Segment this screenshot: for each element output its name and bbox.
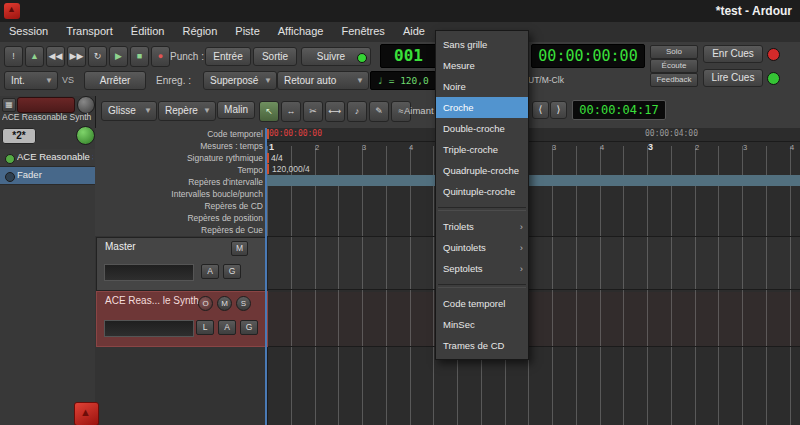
transport-panic-button[interactable]: ! [4, 46, 23, 67]
tempo-value[interactable]: 120,000/4 [272, 164, 310, 174]
ruler-label-code-temporel[interactable]: Code temporel [95, 128, 267, 140]
menubar-item-transport[interactable]: Transport [57, 22, 122, 41]
track-list-item-ace-reasonable-s[interactable]: ACE Reasonable S [0, 149, 95, 167]
master-track-lane[interactable] [267, 236, 800, 289]
strip-menu-icon[interactable]: ▦ [2, 98, 16, 112]
track-name[interactable]: ACE Reas... le Synth [105, 295, 199, 306]
record-mode-combo[interactable]: Superposé▼ [203, 71, 277, 90]
menu-item-mesure[interactable]: Mesure [436, 55, 528, 76]
ruler-label-rep-res-de-cd[interactable]: Repères de CD [95, 200, 267, 212]
master-g-button[interactable]: G [223, 264, 241, 279]
master-a-button[interactable]: A [201, 264, 219, 279]
tempo-display[interactable]: ♩ = 120,0 [370, 71, 436, 90]
solo-button[interactable]: Solo [650, 45, 698, 59]
ruler-label-rep-res-d-intervalle[interactable]: Repères d'intervalle [95, 176, 267, 188]
menu-item-trames-de-cd[interactable]: Trames de CD [436, 335, 528, 356]
ardour-dock-icon[interactable] [74, 402, 99, 425]
master-mute-button[interactable]: M [231, 241, 248, 256]
synth-solo-button[interactable]: S [236, 296, 251, 311]
synth-track-header[interactable]: ACE Reas... le Synth O M S L A G [96, 291, 268, 347]
primary-clock[interactable]: 001 [380, 44, 437, 68]
feedback-button[interactable]: Feedback [650, 73, 698, 87]
ruler-label-rep-res-de-position[interactable]: Repères de position [95, 212, 267, 224]
rec-cues-button[interactable]: Enr Cues [703, 45, 763, 63]
master-track-header[interactable]: Master M A G [96, 237, 268, 291]
auto-return-combo[interactable]: Retour auto▼ [277, 71, 369, 90]
synth-l-button[interactable]: L [196, 320, 214, 335]
menu-item-septolets[interactable]: Septolets› [436, 258, 528, 279]
stretch-mode-button[interactable]: ⟷ [325, 101, 345, 122]
sync-source-combo[interactable]: Int.▼ [4, 71, 58, 90]
menu-item-quintolets[interactable]: Quintolets› [436, 237, 528, 258]
track-list-label: Fader [17, 169, 93, 180]
menubar-item-piste[interactable]: Piste [226, 22, 268, 41]
secondary-clock[interactable]: 00:00:00:00 [531, 44, 645, 68]
synth-g-button[interactable]: G [240, 320, 258, 335]
ruler-label-tempo[interactable]: Tempo [95, 164, 267, 176]
menu-item-triple-croche[interactable]: Triple-croche [436, 139, 528, 160]
monitor-knob[interactable] [76, 126, 95, 145]
range-marker-bar[interactable] [267, 175, 800, 186]
transport-loop-button[interactable]: ↻ [88, 46, 107, 67]
draw-mode-button[interactable]: ✎ [369, 101, 389, 122]
transport-stop-button[interactable]: ■ [130, 46, 149, 67]
menu-item-minsec[interactable]: MinSec [436, 314, 528, 335]
transport-goto-end-button[interactable]: ▶▶ [67, 46, 86, 67]
menu-item-quadruple-croche[interactable]: Quadruple-croche [436, 160, 528, 181]
ruler-label-signature-rythmique[interactable]: Signature rythmique [95, 152, 267, 164]
nudge-back-button[interactable]: ⟨ [532, 101, 549, 119]
audition-mode-button[interactable]: ♪ [347, 101, 367, 122]
follow-button[interactable]: Suivre [301, 47, 371, 66]
range-mode-button[interactable]: ↔ [281, 101, 301, 122]
punch-out-button[interactable]: Sortie [253, 47, 297, 66]
nudge-forward-button[interactable]: ⟩ [550, 101, 567, 119]
smart-mode-button[interactable]: Malin [217, 101, 255, 119]
menu-item-double-croche[interactable]: Double-croche [436, 118, 528, 139]
grab-mode-button[interactable]: ↖ [259, 101, 279, 122]
menubar-item-fen-tres[interactable]: Fenêtres [332, 22, 393, 41]
cut-mode-button[interactable]: ✂ [303, 101, 323, 122]
playhead[interactable] [265, 128, 267, 425]
menubar-item-aide[interactable]: Aide [394, 22, 434, 41]
play-cues-button[interactable]: Lire Cues [703, 69, 763, 87]
snap-label: Aimant [404, 105, 434, 116]
transport-metronome-button[interactable]: ▲ [25, 46, 44, 67]
synth-fader[interactable] [104, 320, 194, 337]
ruler-label-rep-res-de-cue[interactable]: Repères de Cue [95, 224, 267, 236]
ruler-label-mesures-temps[interactable]: Mesures : temps [95, 140, 267, 152]
menu-item-code-temporel[interactable]: Code temporel [436, 293, 528, 314]
menu-item-noire[interactable]: Noire [436, 76, 528, 97]
transport-play-button[interactable]: ▶ [109, 46, 128, 67]
edit-point-combo[interactable]: Repère▼ [158, 101, 216, 121]
track-list-item-fader[interactable]: Fader [0, 167, 95, 185]
menubar-item-affichage[interactable]: Affichage [269, 22, 333, 41]
record-arm-strip-button[interactable] [17, 97, 75, 113]
track-name[interactable]: Master [105, 241, 136, 252]
menubar-item-r-gion[interactable]: Région [173, 22, 226, 41]
zoom-state-button[interactable]: *2* [2, 128, 36, 144]
transport-record-button[interactable]: ● [151, 46, 170, 67]
menu-item-croche[interactable]: Croche [436, 97, 528, 118]
menu-item-sans-grille[interactable]: Sans grille [436, 34, 528, 55]
synth-a-button[interactable]: A [218, 320, 236, 335]
gridline [766, 146, 767, 425]
menu-item-quintuple-croche[interactable]: Quintuple-croche [436, 181, 528, 202]
synth-mute-button[interactable]: M [217, 296, 232, 311]
transport-goto-start-button[interactable]: ◀◀ [46, 46, 65, 67]
edit-point-clock[interactable]: 00:00:04:17 [572, 100, 666, 120]
menubar-item-dition[interactable]: Édition [122, 22, 174, 41]
synth-rec-arm-button[interactable]: O [198, 296, 213, 311]
listen-button[interactable]: Écoute [650, 59, 698, 73]
editor-canvas[interactable]: 00:00:00:0000:00:04:00 1234343234 4/4 12… [267, 128, 800, 425]
punch-in-button[interactable]: Entrée [205, 47, 251, 66]
stop-clicks-button[interactable]: Arrêter [84, 71, 146, 90]
menubar-item-session[interactable]: Session [0, 22, 57, 41]
ruler-label-intervalles-boucle-punch[interactable]: Intervalles boucle/punch [95, 188, 267, 200]
meter-value[interactable]: 4/4 [271, 153, 283, 163]
menu-item-triolets[interactable]: Triolets› [436, 216, 528, 237]
synth-track-lane[interactable] [267, 292, 800, 346]
bars-beats-ruler[interactable]: 1234343234 [267, 128, 800, 140]
master-fader[interactable] [104, 264, 194, 281]
auto-return-value: Retour auto [284, 75, 336, 86]
grab-mode-combo[interactable]: Glisse▼ [101, 101, 157, 121]
